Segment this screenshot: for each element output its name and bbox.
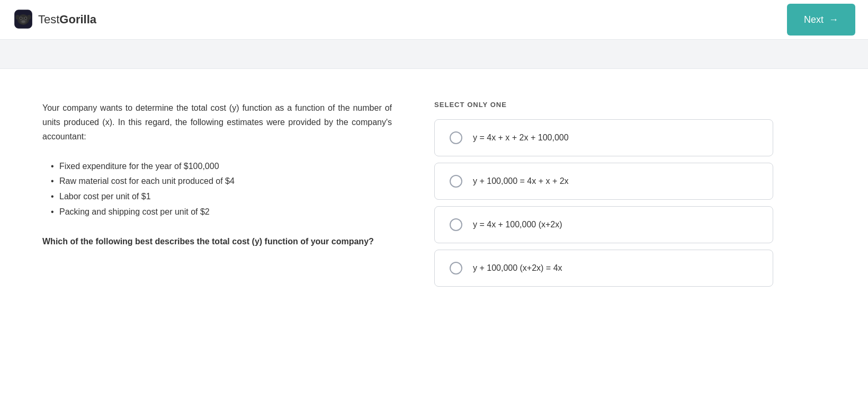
option-b-text: y + 100,000 = 4x + x + 2x — [473, 176, 569, 186]
svg-point-5 — [20, 17, 22, 19]
header: TestGorilla Next → — [0, 0, 868, 40]
next-button[interactable]: Next → — [787, 4, 855, 36]
option-a[interactable]: y = 4x + x + 2x + 100,000 — [434, 119, 773, 156]
options-list: y = 4x + x + 2x + 100,000 y + 100,000 = … — [434, 119, 773, 287]
next-arrow-icon: → — [829, 14, 838, 25]
option-c[interactable]: y = 4x + 100,000 (x+2x) — [434, 206, 773, 243]
svg-point-9 — [27, 15, 31, 20]
option-b[interactable]: y + 100,000 = 4x + x + 2x — [434, 163, 773, 200]
left-panel: Your company wants to determine the tota… — [42, 101, 392, 287]
radio-d[interactable] — [450, 262, 462, 275]
radio-a[interactable] — [450, 131, 462, 144]
logo: TestGorilla — [13, 9, 96, 30]
svg-point-7 — [21, 20, 25, 23]
bold-question: Which of the following best describes th… — [42, 235, 392, 249]
radio-b[interactable] — [450, 175, 462, 188]
progress-bar-area — [0, 40, 868, 69]
list-item: Labor cost per unit of $1 — [53, 189, 392, 205]
right-panel: SELECT ONLY ONE y = 4x + x + 2x + 100,00… — [434, 101, 773, 287]
list-item: Packing and shipping cost per unit of $2 — [53, 205, 392, 220]
logo-icon — [13, 9, 34, 30]
list-item: Raw material cost for each unit produced… — [53, 174, 392, 189]
main-content: Your company wants to determine the tota… — [0, 69, 868, 318]
svg-point-8 — [15, 15, 19, 20]
question-paragraph: Your company wants to determine the tota… — [42, 101, 392, 144]
option-d[interactable]: y + 100,000 (x+2x) = 4x — [434, 250, 773, 287]
svg-point-6 — [25, 17, 26, 19]
option-d-text: y + 100,000 (x+2x) = 4x — [473, 263, 562, 273]
list-item: Fixed expenditure for the year of $100,0… — [53, 159, 392, 174]
radio-c[interactable] — [450, 218, 462, 231]
select-label: SELECT ONLY ONE — [434, 101, 773, 109]
option-a-text: y = 4x + x + 2x + 100,000 — [473, 133, 569, 143]
logo-text: TestGorilla — [38, 13, 96, 26]
option-c-text: y = 4x + 100,000 (x+2x) — [473, 220, 562, 229]
bullet-list: Fixed expenditure for the year of $100,0… — [53, 159, 392, 220]
